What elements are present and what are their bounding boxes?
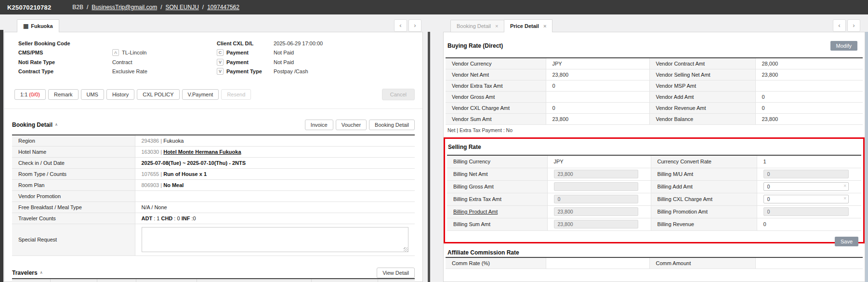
cell-label: Vendor MSP Amt — [649, 80, 755, 91]
cell-label: Vendor Balance — [649, 113, 755, 124]
cell-value: JPY — [546, 58, 649, 69]
separator: / — [87, 4, 88, 11]
cell-value: 0 — [546, 102, 649, 113]
collapse-icon[interactable]: ∧ — [55, 122, 58, 127]
resize-handle[interactable] — [404, 247, 408, 252]
cell-value: × — [757, 193, 861, 205]
table-row: Special Request — [12, 224, 415, 255]
selling-rate-highlight-box: Selling Rate Billing Currency JPY Curren… — [444, 137, 865, 243]
cell-label: Billing Promotion Amt — [651, 205, 757, 218]
customer-email-link[interactable]: BusinessTrip@gmail.com — [92, 4, 157, 11]
row-value: 2025-07-08(Tue) ~ 2025-07-10(Thu) - 2NTS — [135, 157, 415, 168]
selling-rate-table: Billing Currency JPY Currency Convert Ra… — [447, 155, 861, 231]
tab-booking-detail[interactable]: Booking Detail × — [450, 20, 504, 32]
left-panel-scrollbar[interactable] — [428, 32, 430, 282]
invoice-button[interactable]: Invoice — [305, 120, 333, 130]
table-row: Billing Currency JPY Currency Convert Ra… — [447, 155, 861, 168]
right-panel-next-button[interactable]: › — [847, 19, 860, 32]
close-icon[interactable]: × — [495, 23, 498, 29]
chevron-left-icon: ‹ — [838, 22, 840, 29]
billing-gross-amt-input[interactable] — [554, 182, 638, 191]
building-icon: ▦ — [23, 23, 28, 29]
travelers-header-cell — [51, 279, 97, 282]
row-label: Region — [12, 135, 135, 146]
table-row: Vendor Net Amt 23,800 Vendor Selling Net… — [446, 69, 863, 80]
booking-detail-button[interactable]: Booking Detail — [369, 120, 415, 130]
cell-value — [547, 205, 651, 218]
one-to-one-button[interactable]: 1:1 (0/0) — [14, 89, 46, 100]
field-label: CMS/PMS — [18, 50, 112, 55]
resend-button[interactable]: Resend — [221, 89, 251, 100]
travelers-header-cell — [312, 279, 378, 282]
field-label: V Payment Type — [217, 68, 274, 75]
row-label: Special Request — [12, 224, 135, 255]
save-button[interactable]: Save — [835, 237, 858, 246]
travelers-header-cell — [136, 279, 197, 282]
cell-value — [546, 257, 649, 269]
billing-cxl-charge-amt-input[interactable] — [763, 195, 849, 203]
cell-label: Vendor Extra Tax Amt — [446, 80, 546, 91]
view-detail-button[interactable]: View Detail — [377, 268, 415, 278]
code-prefix: 294386 | — [142, 138, 164, 144]
modify-button[interactable]: Modify — [830, 41, 857, 51]
special-request-textarea[interactable] — [142, 227, 409, 252]
commission-header: Affiliate Commission Rate — [447, 249, 519, 256]
billing-mu-amt-input[interactable] — [763, 170, 849, 178]
cell-value — [546, 91, 649, 102]
customer-name-link[interactable]: SON EUNJU — [165, 4, 198, 11]
billing-add-amt-input[interactable] — [763, 182, 849, 191]
chevron-right-icon: › — [414, 22, 416, 29]
cancel-button[interactable]: Cancel — [382, 89, 415, 100]
ums-button[interactable]: UMS — [81, 89, 104, 100]
tab-fukuoka[interactable]: ▦ Fukuoka — [17, 19, 59, 32]
cxl-policy-button[interactable]: CXL POLICY — [137, 89, 179, 100]
tab-price-detail[interactable]: Price Detail × — [504, 19, 552, 32]
right-panel-prev-button[interactable]: ‹ — [833, 19, 846, 32]
value-text: 2025-07-08(Tue) ~ 2025-07-10(Thu) - 2NTS — [142, 160, 246, 166]
buying-rate-table: Vendor Currency JPY Vendor Contract Amt … — [446, 57, 863, 125]
chevron-left-icon: ‹ — [399, 22, 401, 29]
collapse-icon[interactable]: ∧ — [40, 270, 43, 275]
cell-value — [547, 168, 651, 180]
billing-promotion-amt-input[interactable] — [763, 207, 849, 216]
table-row: Billing Extra Tax Amt Billing CXL Charge… — [447, 193, 861, 205]
field-value: Exclusive Rate — [112, 68, 217, 74]
billing-product-amt-link[interactable]: Billing Product Amt — [453, 209, 498, 215]
traveler-count: : 0 — [172, 215, 181, 221]
value-text: Fukuoka — [163, 138, 184, 144]
left-panel-next-button[interactable]: › — [408, 19, 421, 32]
client-badge-icon: C — [217, 49, 224, 56]
right-panel-scrollbar[interactable] — [865, 32, 868, 282]
billing-extra-tax-amt-input[interactable] — [554, 195, 638, 203]
clear-icon[interactable]: × — [843, 196, 846, 201]
cell-value: 1 — [757, 155, 861, 168]
row-value: ADT : 1 CHD : 0 INF :0 — [135, 213, 415, 224]
clear-icon[interactable]: × — [843, 184, 846, 188]
vendor-badge-icon: V — [217, 68, 224, 75]
cell-label: Billing Extra Tax Amt — [447, 193, 547, 205]
voucher-button[interactable]: Voucher — [336, 120, 367, 130]
v-payment-button[interactable]: V.Payment — [182, 89, 219, 100]
remark-button[interactable]: Remark — [48, 89, 79, 100]
hotel-name-link[interactable]: Hotel Monte Hermana Fukuoka — [163, 149, 241, 155]
history-button[interactable]: History — [106, 89, 134, 100]
cell-value: 23,800 — [755, 113, 863, 124]
close-icon[interactable]: × — [543, 23, 546, 29]
field-value: Not Paid — [274, 50, 418, 55]
table-row: Billing Net Amt Billing M/U Amt — [447, 168, 861, 180]
chevron-right-icon: › — [853, 22, 855, 29]
cell-label: Comm Amount — [649, 257, 755, 269]
billing-net-amt-input[interactable] — [554, 170, 638, 178]
billing-product-amt-input[interactable] — [554, 207, 638, 216]
customer-number-link[interactable]: 1097447562 — [207, 4, 239, 11]
row-value — [135, 190, 415, 201]
cell-label: Vendor Contract Amt — [649, 58, 755, 69]
tab-label: Price Detail — [510, 23, 539, 29]
travelers-header-cell — [12, 279, 51, 282]
cell-value: 23,800 — [546, 113, 649, 124]
one-to-one-label: 1:1 — [20, 92, 29, 97]
left-panel-prev-button[interactable]: ‹ — [394, 19, 407, 32]
field-label: Client CXL D/L — [217, 40, 274, 46]
separator: / — [202, 4, 204, 11]
billing-sum-amt-input[interactable] — [554, 220, 638, 228]
